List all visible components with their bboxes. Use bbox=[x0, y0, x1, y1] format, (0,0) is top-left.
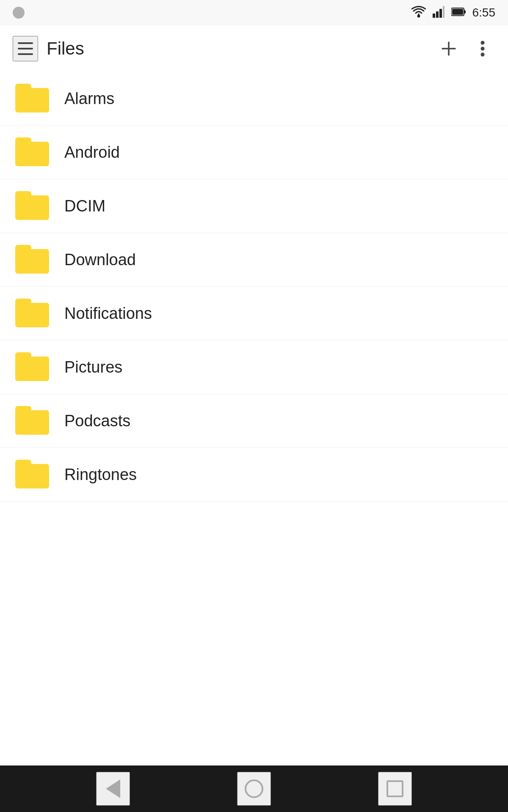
folder-item-android[interactable]: Android bbox=[0, 126, 508, 179]
folder-icon bbox=[15, 191, 49, 221]
folder-item-dcim[interactable]: DCIM bbox=[0, 179, 508, 233]
folder-shape bbox=[15, 191, 49, 220]
folder-shape bbox=[15, 406, 49, 435]
folder-item-pictures[interactable]: Pictures bbox=[0, 340, 508, 394]
recents-icon bbox=[387, 780, 403, 797]
svg-rect-4 bbox=[443, 6, 444, 18]
more-icon bbox=[480, 40, 485, 57]
wifi-icon bbox=[411, 6, 426, 19]
status-time: 6:55 bbox=[472, 6, 496, 19]
folder-icon bbox=[15, 460, 49, 489]
more-options-button[interactable] bbox=[470, 36, 495, 61]
status-right: 6:55 bbox=[411, 6, 496, 19]
svg-rect-3 bbox=[439, 9, 442, 18]
svg-point-10 bbox=[481, 41, 485, 45]
svg-point-12 bbox=[481, 53, 485, 57]
svg-rect-1 bbox=[433, 14, 435, 18]
app-bar: Files bbox=[0, 25, 508, 72]
signal-icon bbox=[433, 6, 444, 19]
svg-rect-6 bbox=[464, 10, 466, 14]
folder-name-dcim: DCIM bbox=[64, 197, 105, 215]
hamburger-line bbox=[18, 42, 33, 44]
folder-icon bbox=[15, 137, 49, 167]
add-icon bbox=[440, 40, 457, 57]
folder-name-ringtones: Ringtones bbox=[64, 466, 137, 484]
folder-name-download: Download bbox=[64, 251, 136, 269]
svg-point-11 bbox=[481, 47, 485, 51]
back-icon bbox=[106, 779, 120, 798]
folder-item-notifications[interactable]: Notifications bbox=[0, 287, 508, 340]
folder-item-ringtones[interactable]: Ringtones bbox=[0, 448, 508, 502]
folder-shape bbox=[15, 84, 49, 112]
folder-name-notifications: Notifications bbox=[64, 304, 152, 323]
folder-icon bbox=[15, 352, 49, 382]
app-bar-actions bbox=[436, 36, 495, 61]
folder-shape bbox=[15, 460, 49, 488]
folder-icon bbox=[15, 84, 49, 113]
folder-item-download[interactable]: Download bbox=[0, 233, 508, 287]
status-dot bbox=[13, 7, 25, 19]
hamburger-menu-button[interactable] bbox=[13, 36, 38, 61]
status-bar: 6:55 bbox=[0, 0, 508, 25]
folder-item-alarms[interactable]: Alarms bbox=[0, 72, 508, 126]
back-button[interactable] bbox=[96, 772, 130, 806]
svg-rect-2 bbox=[436, 11, 439, 18]
folder-shape bbox=[15, 352, 49, 381]
folder-name-android: Android bbox=[64, 143, 120, 162]
recents-button[interactable] bbox=[378, 772, 412, 806]
folder-item-podcasts[interactable]: Podcasts bbox=[0, 394, 508, 448]
folder-icon bbox=[15, 299, 49, 328]
folder-name-alarms: Alarms bbox=[64, 90, 114, 108]
hamburger-line bbox=[18, 48, 33, 49]
page-title: Files bbox=[47, 38, 436, 59]
nav-bar bbox=[0, 765, 508, 812]
add-button[interactable] bbox=[436, 36, 461, 61]
battery-icon bbox=[451, 7, 466, 18]
hamburger-line bbox=[18, 53, 33, 55]
home-icon bbox=[245, 779, 263, 798]
svg-point-0 bbox=[417, 15, 420, 18]
svg-rect-7 bbox=[452, 9, 463, 15]
folder-shape bbox=[15, 245, 49, 274]
folder-icon bbox=[15, 245, 49, 274]
folder-shape bbox=[15, 137, 49, 166]
folder-icon bbox=[15, 406, 49, 436]
file-list: AlarmsAndroidDCIMDownloadNotificationsPi… bbox=[0, 72, 508, 765]
folder-shape bbox=[15, 299, 49, 327]
status-left bbox=[13, 7, 25, 19]
folder-name-pictures: Pictures bbox=[64, 358, 122, 376]
folder-name-podcasts: Podcasts bbox=[64, 412, 130, 430]
home-button[interactable] bbox=[237, 772, 271, 806]
